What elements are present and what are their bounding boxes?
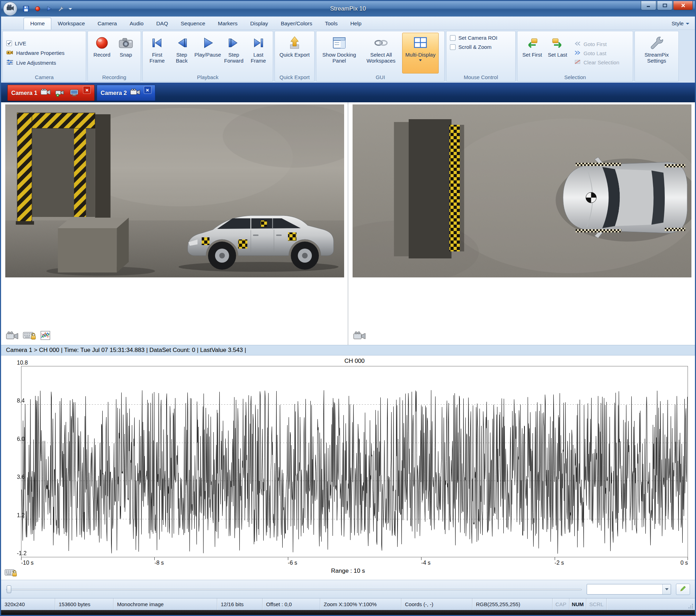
tab-tools[interactable]: Tools <box>318 18 344 30</box>
group-quick-export: Quick Export Quick Export <box>275 31 315 82</box>
noise-signal-canvas <box>21 366 688 557</box>
set-camera-roi-label: Set Camera ROI <box>458 35 497 41</box>
select-all-workspaces-label: Select All Workspaces <box>360 52 402 64</box>
group-selection: Set First Set Last Goto First Goto Last <box>517 31 633 82</box>
chart-overlay-icon[interactable] <box>40 331 50 341</box>
tab-display[interactable]: Display <box>244 18 275 30</box>
app-menu-button[interactable] <box>3 2 17 16</box>
group-settings-caption <box>635 73 678 81</box>
first-frame-button[interactable]: First Frame <box>145 33 169 73</box>
set-first-button[interactable]: Set First <box>520 33 545 73</box>
step-forward-button[interactable]: Step Forward <box>221 33 246 73</box>
last-frame-button[interactable]: Last Frame <box>246 33 271 73</box>
live-checkbox[interactable] <box>6 40 12 46</box>
status-bit-depth: 12/16 bits <box>217 598 263 610</box>
camera1-tab[interactable]: Camera 1 <box>7 85 95 101</box>
set-last-button[interactable]: Set Last <box>545 33 570 73</box>
x-axis-row: -10 s -8 s -6 s -4 s -2 s 0 s <box>21 557 688 567</box>
customize-toolbar-arrow-icon[interactable] <box>69 8 72 10</box>
combobox-dropdown-button[interactable] <box>662 584 671 594</box>
tab-daq[interactable]: DAQ <box>150 18 174 30</box>
group-settings: StreamPix Settings <box>634 31 679 82</box>
chevron-down-icon <box>665 588 669 590</box>
goto-first-label: Goto First <box>584 41 607 47</box>
group-gui: Show Docking Panel Select All Workspaces… <box>316 31 445 82</box>
hardware-properties-button[interactable]: Hardware Properties <box>6 50 82 56</box>
annotation-combobox[interactable] <box>587 584 671 595</box>
chart-keyboard-lock-icon[interactable] <box>5 568 17 578</box>
camera2-tab[interactable]: Camera 2 <box>97 85 155 101</box>
show-docking-panel-button[interactable]: Show Docking Panel <box>318 33 360 73</box>
group-playback-caption: Playback <box>143 73 273 81</box>
group-camera: LIVE Hardware Properties Live Adjustment… <box>2 31 86 82</box>
step-forward-label: Step Forward <box>222 52 246 64</box>
docking-panel-icon <box>332 35 347 51</box>
wrench-icon[interactable] <box>56 5 65 13</box>
group-selection-caption: Selection <box>517 73 633 81</box>
live-toggle[interactable]: LIVE <box>6 40 82 46</box>
slider-track[interactable] <box>6 589 582 590</box>
y-tick-label: 10.8 <box>17 360 28 366</box>
test-car-top <box>556 157 691 242</box>
play-pause-button[interactable]: Play/Pause <box>194 33 221 73</box>
snap-button[interactable]: Snap <box>114 33 138 73</box>
tab-help[interactable]: Help <box>344 18 368 30</box>
record-icon[interactable] <box>33 5 42 13</box>
record-button[interactable]: Record <box>90 33 114 73</box>
style-picker[interactable]: Style <box>672 20 689 30</box>
minimize-button[interactable] <box>641 1 656 10</box>
set-first-label: Set First <box>522 52 542 58</box>
multi-display-button[interactable]: Multi-Display <box>402 33 439 73</box>
camera1-source-icon[interactable] <box>6 332 19 341</box>
quick-export-button[interactable]: Quick Export <box>278 33 311 73</box>
play-icon[interactable] <box>45 5 54 13</box>
app-window: StreamPix 10 Home Workspace Camera Audio… <box>0 0 696 616</box>
tab-bayer-colors[interactable]: Bayer/Colors <box>275 18 319 30</box>
tab-camera[interactable]: Camera <box>91 18 123 30</box>
camera2-close-button[interactable] <box>144 86 152 94</box>
maximize-button[interactable] <box>657 1 672 10</box>
status-caps-lock: CAP <box>553 598 569 610</box>
goto-last-button[interactable]: Goto Last <box>574 50 619 56</box>
slider-thumb[interactable] <box>7 585 11 593</box>
bottom-control-row <box>1 580 695 598</box>
select-all-workspaces-button[interactable]: Select All Workspaces <box>360 33 402 73</box>
set-camera-roi-checkbox[interactable] <box>450 35 456 41</box>
camera1-view-image <box>5 104 344 277</box>
streampix-settings-button[interactable]: StreamPix Settings <box>638 33 675 73</box>
tab-workspace[interactable]: Workspace <box>51 18 91 30</box>
scroll-zoom-toggle[interactable]: Scroll & Zoom <box>450 44 512 50</box>
live-adjustments-label: Live Adjustments <box>16 60 56 66</box>
keyboard-lock-icon[interactable] <box>23 331 36 341</box>
camera1-close-button[interactable] <box>83 86 91 94</box>
set-camera-roi-toggle[interactable]: Set Camera ROI <box>450 35 512 41</box>
group-camera-caption: Camera <box>3 73 86 81</box>
camera2-viewport[interactable] <box>348 102 695 345</box>
close-button[interactable] <box>673 1 693 10</box>
goto-first-button[interactable]: Goto First <box>574 41 619 47</box>
tab-markers[interactable]: Markers <box>212 18 244 30</box>
edit-annotation-button[interactable] <box>676 584 690 595</box>
save-icon[interactable] <box>21 5 31 13</box>
camera1-viewport[interactable] <box>1 102 348 345</box>
clear-selection-button[interactable]: Clear Selection <box>574 59 619 65</box>
sequence-position-slider[interactable] <box>6 584 582 594</box>
scroll-zoom-checkbox[interactable] <box>450 44 456 50</box>
play-pause-label: Play/Pause <box>194 52 221 58</box>
live-adjustments-button[interactable]: Live Adjustments <box>6 59 82 66</box>
camera1-settings-button[interactable] <box>54 87 65 98</box>
tab-home[interactable]: Home <box>24 18 51 30</box>
resize-grip[interactable] <box>688 598 695 610</box>
tab-audio[interactable]: Audio <box>123 18 150 30</box>
multi-display-icon <box>413 35 428 51</box>
camera1-display-button[interactable] <box>69 87 80 98</box>
chart-plot-area[interactable]: 10.8 8.4 6.0 3.6 1.2 -1.2 <box>21 366 688 557</box>
crash-barrier-top <box>394 119 464 258</box>
camera2-source-icon[interactable] <box>353 332 366 341</box>
set-last-label: Set Last <box>548 52 567 58</box>
ribbon: LIVE Hardware Properties Live Adjustment… <box>1 30 695 83</box>
tab-sequence[interactable]: Sequence <box>174 18 212 30</box>
scroll-zoom-label: Scroll & Zoom <box>458 44 491 50</box>
step-back-button[interactable]: Step Back <box>169 33 194 73</box>
group-quick-export-caption: Quick Export <box>275 73 314 81</box>
